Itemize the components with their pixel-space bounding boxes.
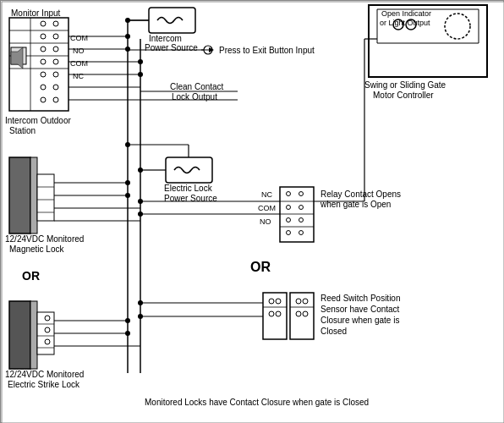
svg-point-95 [138,300,143,305]
svg-text:Swing or Sliding Gate: Swing or Sliding Gate [364,80,446,90]
monitor-input-label: Monitor Input [11,8,61,18]
svg-text:Closed: Closed [320,327,347,336]
svg-point-11 [41,47,46,52]
svg-text:12/24VDC Monitored: 12/24VDC Monitored [5,370,84,379]
svg-rect-110 [30,301,37,369]
svg-text:COM: COM [258,204,276,212]
svg-rect-56 [280,187,314,242]
svg-text:Relay Contact Opens: Relay Contact Opens [320,190,401,199]
svg-point-17 [41,85,46,90]
bottom-label: Monitored Locks have Contact Closure whe… [145,398,369,407]
svg-point-47 [125,47,130,52]
svg-point-85 [269,311,274,316]
svg-point-137 [445,14,470,39]
svg-rect-77 [263,293,287,339]
svg-point-61 [299,192,304,196]
svg-point-147 [125,18,130,23]
or-label-2: OR [22,269,40,283]
svg-rect-98 [30,157,37,233]
svg-point-67 [299,231,304,235]
svg-text:NO: NO [260,217,271,226]
svg-point-132 [138,168,143,173]
svg-text:COM: COM [70,34,88,42]
svg-point-46 [125,34,130,39]
svg-text:NO: NO [73,47,85,55]
svg-point-88 [303,311,308,316]
svg-point-14 [53,59,58,64]
svg-point-18 [53,85,58,90]
svg-rect-78 [290,293,314,339]
svg-point-10 [53,34,58,39]
svg-rect-53 [166,157,212,183]
svg-point-130 [125,331,130,336]
svg-point-115 [45,316,50,321]
svg-text:Electric Lock: Electric Lock [164,184,213,193]
svg-text:Motor Controller: Motor Controller [373,91,434,100]
svg-point-87 [296,311,301,316]
svg-point-65 [299,218,304,222]
svg-point-64 [287,218,291,222]
svg-text:or Light Output: or Light Output [380,19,430,27]
svg-text:COM: COM [70,59,88,68]
svg-point-117 [45,339,50,344]
svg-rect-109 [9,301,30,369]
svg-text:Magnetic Lock: Magnetic Lock [9,244,64,254]
svg-point-12 [53,47,58,52]
svg-point-76 [138,212,143,217]
svg-text:Reed Switch Position: Reed Switch Position [320,294,401,303]
or-label-1: OR [250,260,271,274]
svg-point-15 [41,72,46,77]
svg-point-20 [53,97,58,102]
svg-point-19 [41,97,46,102]
svg-text:Press to Exit Button Input: Press to Exit Button Input [219,46,315,55]
svg-point-13 [41,59,46,64]
svg-point-145 [125,142,130,147]
svg-point-129 [125,318,130,323]
svg-point-66 [287,231,291,235]
svg-point-49 [138,72,143,77]
svg-text:Sensor have Contact: Sensor have Contact [320,305,400,314]
svg-text:NC: NC [261,190,272,199]
svg-point-124 [125,180,130,185]
svg-text:Power Source: Power Source [145,43,198,52]
svg-point-75 [138,199,143,204]
svg-point-9 [41,34,46,39]
svg-point-116 [45,327,50,332]
svg-point-84 [303,299,308,304]
svg-point-125 [125,193,130,198]
svg-point-8 [53,21,58,26]
svg-point-16 [53,72,58,77]
svg-point-62 [287,206,291,210]
svg-text:Electric Strike Lock: Electric Strike Lock [8,380,80,389]
svg-rect-28 [149,8,195,33]
svg-point-63 [299,206,304,210]
svg-text:Open Indicator: Open Indicator [381,9,431,18]
wiring-diagram: Monitor Input Intercom Outdoor Station C… [0,0,504,423]
svg-point-82 [276,299,281,304]
svg-rect-97 [9,157,30,233]
svg-point-96 [138,314,143,319]
svg-text:Closure when gate is: Closure when gate is [320,316,399,325]
svg-text:Clean Contact: Clean Contact [170,82,224,91]
svg-text:12/24VDC Monitored: 12/24VDC Monitored [5,234,84,244]
svg-point-81 [269,299,274,304]
svg-text:Station: Station [9,126,36,135]
svg-point-86 [276,311,281,316]
svg-point-83 [296,299,301,304]
svg-rect-103 [37,174,54,221]
svg-text:NC: NC [73,72,84,80]
svg-point-48 [138,59,143,64]
svg-point-60 [287,192,291,196]
svg-text:Intercom: Intercom [149,34,182,43]
intercom-outdoor-label: Intercom Outdoor [5,116,71,125]
svg-point-7 [41,21,46,26]
